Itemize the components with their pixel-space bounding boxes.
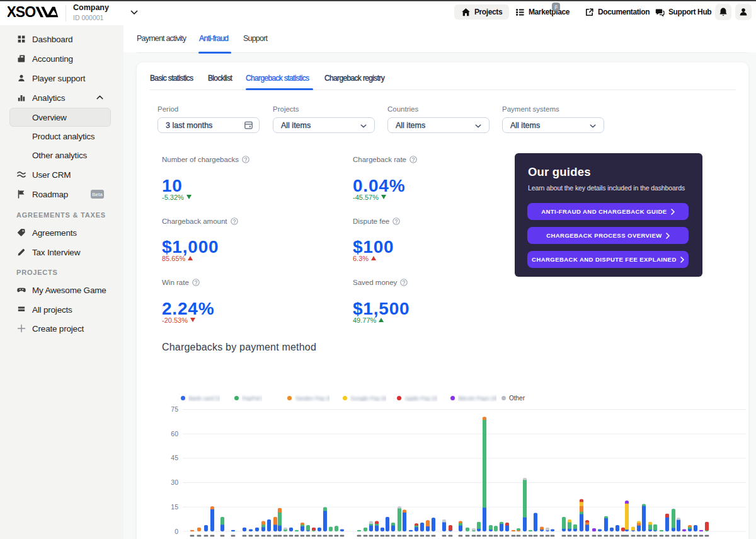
svg-text:45: 45 (171, 454, 178, 461)
svg-text:75: 75 (171, 405, 178, 413)
svg-text:0: 0 (175, 528, 178, 535)
svg-text:60: 60 (171, 430, 178, 438)
svg-text:XSO: XSO (8, 6, 35, 18)
svg-text:30: 30 (171, 478, 178, 486)
svg-text:15: 15 (171, 503, 178, 511)
